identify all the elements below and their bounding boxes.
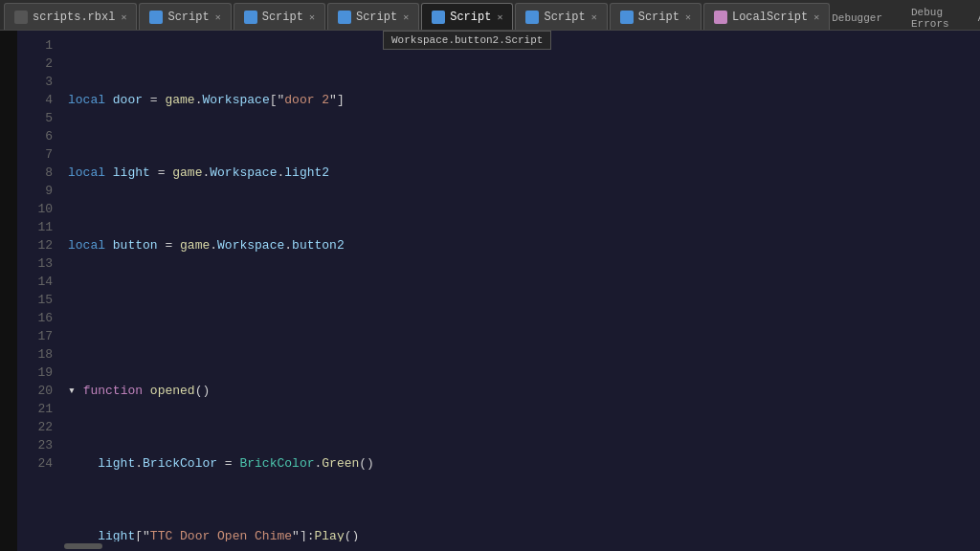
close-icon[interactable]: ✕ bbox=[685, 11, 691, 23]
code-line-4 bbox=[68, 309, 980, 327]
close-icon[interactable]: ✕ bbox=[309, 11, 315, 23]
debug-errors-label: Debug Errors bbox=[911, 7, 949, 30]
tab-bar: scripts.rbxl ✕ Script ✕ Script ✕ Script … bbox=[0, 0, 980, 31]
left-gutter bbox=[0, 31, 17, 551]
script-icon bbox=[244, 11, 257, 24]
line-numbers: 1 2 3 4 5 6 7 8 9 10 11 12 13 14 15 16 1… bbox=[17, 31, 60, 541]
code-area[interactable]: 1 2 3 4 5 6 7 8 9 10 11 12 13 14 15 16 1… bbox=[17, 31, 980, 541]
tab-script-1[interactable]: Script ✕ bbox=[139, 3, 231, 30]
tab-scripts-rbxl[interactable]: scripts.rbxl ✕ bbox=[4, 3, 137, 30]
horizontal-scrollbar[interactable] bbox=[17, 541, 980, 551]
tab-label: Script bbox=[450, 11, 491, 24]
close-icon[interactable]: ✕ bbox=[215, 11, 221, 23]
code-editor[interactable]: 1 2 3 4 5 6 7 8 9 10 11 12 13 14 15 16 1… bbox=[17, 31, 980, 551]
tab-label: Script bbox=[356, 11, 397, 24]
script-icon bbox=[432, 11, 445, 24]
code-line-7: light["TTC Door Open Chime"]:Play() bbox=[68, 527, 980, 541]
tab-label: Script bbox=[262, 11, 303, 24]
tab-tooltip: Workspace.button2.Script bbox=[383, 31, 551, 50]
close-icon[interactable]: ✕ bbox=[403, 11, 409, 23]
scrollbar-thumb[interactable] bbox=[64, 543, 102, 549]
code-line-6: light.BrickColor = BrickColor.Green() bbox=[68, 454, 980, 473]
tab-label: Script bbox=[167, 11, 209, 24]
tab-label: Script bbox=[544, 11, 585, 24]
tab-script-5[interactable]: Script ✕ bbox=[515, 3, 607, 30]
code-line-5: ▾ function opened() bbox=[68, 382, 980, 400]
script-icon bbox=[525, 11, 539, 24]
tab-script-active[interactable]: Script ✕ bbox=[421, 3, 513, 30]
main-content: 1 2 3 4 5 6 7 8 9 10 11 12 13 14 15 16 1… bbox=[0, 31, 980, 551]
close-icon[interactable]: ✕ bbox=[497, 11, 502, 23]
file-icon bbox=[14, 11, 28, 24]
script-icon bbox=[338, 11, 351, 24]
close-icon[interactable]: ✕ bbox=[591, 11, 597, 23]
tab-label: Script bbox=[638, 11, 679, 24]
code-content[interactable]: local door = game.Workspace["door 2"] lo… bbox=[60, 31, 980, 541]
tab-label: LocalScript bbox=[732, 11, 808, 24]
code-line-1: local door = game.Workspace["door 2"] bbox=[68, 91, 980, 109]
close-icon[interactable]: ✕ bbox=[813, 11, 819, 23]
script-icon bbox=[620, 11, 634, 24]
code-line-2: local light = game.Workspace.light2 bbox=[68, 164, 980, 182]
debugger-label: Debugger bbox=[832, 12, 882, 24]
tab-localscript[interactable]: LocalScript ✕ bbox=[703, 3, 830, 30]
tab-label: scripts.rbxl bbox=[33, 11, 115, 24]
tab-script-6[interactable]: Script ✕ bbox=[610, 3, 702, 30]
tab-script-2[interactable]: Script ✕ bbox=[234, 3, 325, 30]
localscript-icon bbox=[714, 11, 727, 24]
code-line-3: local button = game.Workspace.button2 bbox=[68, 236, 980, 254]
tab-script-3[interactable]: Script ✕ bbox=[327, 3, 419, 30]
script-icon bbox=[149, 11, 163, 24]
close-icon[interactable]: ✕ bbox=[121, 11, 126, 23]
